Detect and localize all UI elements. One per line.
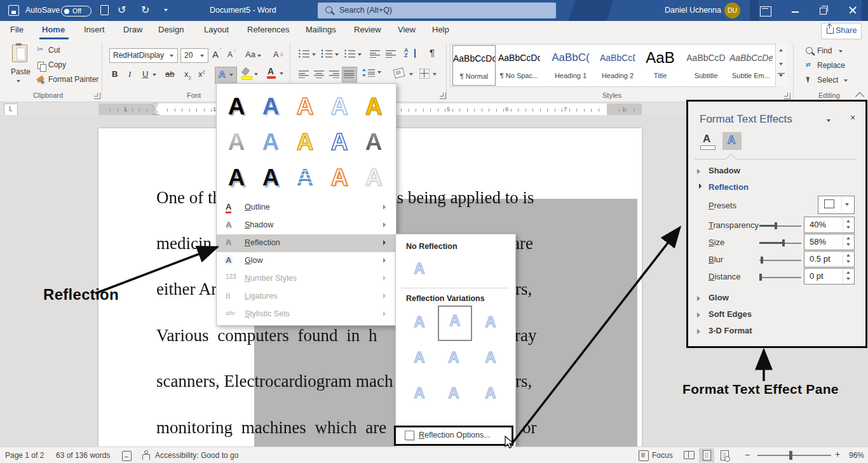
- effect-style-3[interactable]: A: [288, 89, 322, 124]
- proofing-icon[interactable]: [122, 451, 132, 461]
- reflection-variation-2-selected[interactable]: A: [438, 305, 472, 341]
- borders-icon[interactable]: [419, 69, 430, 79]
- section-glow[interactable]: Glow: [709, 293, 729, 302]
- minimize-icon[interactable]: [790, 6, 801, 15]
- menu-item-shadow[interactable]: A Shadow: [217, 217, 396, 234]
- subscript-button[interactable]: x2: [184, 69, 191, 81]
- clear-formatting-button[interactable]: A◊: [273, 50, 279, 59]
- align-right-icon[interactable]: [329, 70, 339, 78]
- tab-draw[interactable]: Draw: [123, 25, 142, 34]
- effect-style-1[interactable]: A: [219, 89, 254, 124]
- numbering-icon[interactable]: [322, 50, 332, 58]
- clipboard-dialog-launcher-icon[interactable]: [94, 93, 100, 99]
- shadow-expand-icon[interactable]: [697, 169, 700, 174]
- sort-icon[interactable]: AZ: [404, 48, 409, 58]
- show-hide-pilcrow-button[interactable]: ¶: [430, 47, 435, 58]
- soft-edges-expand-icon[interactable]: [697, 312, 700, 318]
- reflection-variation-1[interactable]: A: [403, 308, 435, 341]
- search-input[interactable]: Search (Alt+Q): [318, 3, 556, 18]
- distance-spinner[interactable]: [843, 269, 854, 283]
- restore-icon[interactable]: [818, 6, 829, 15]
- effect-style-14[interactable]: A: [322, 160, 356, 196]
- align-center-icon[interactable]: [314, 70, 324, 78]
- reflection-variation-5[interactable]: A: [438, 344, 470, 377]
- copy-button[interactable]: Copy: [37, 60, 94, 72]
- select-button[interactable]: Select: [806, 75, 857, 86]
- style-heading2[interactable]: AaBbCcD Heading 2: [600, 45, 635, 84]
- transparency-slider-thumb[interactable]: [775, 222, 777, 229]
- style-no-spacing[interactable]: AaBbCcDc ¶ No Spac...: [498, 45, 540, 84]
- doc-line-5-left[interactable]: scanners, Electrocardiogram mach: [156, 372, 393, 391]
- effect-style-5[interactable]: A: [356, 89, 391, 124]
- zoom-percentage[interactable]: 96%: [849, 451, 864, 460]
- style-heading1[interactable]: AaBbC( Heading 1: [544, 45, 597, 84]
- reflection-variation-7[interactable]: A: [403, 379, 435, 412]
- tab-mailings[interactable]: Mailings: [306, 25, 336, 34]
- bullets-caret-icon[interactable]: [312, 53, 316, 56]
- transparency-spinner[interactable]: [843, 217, 854, 231]
- text-effects-button[interactable]: A: [215, 67, 237, 84]
- style-title[interactable]: AaB Title: [639, 45, 681, 84]
- zoom-slider[interactable]: [757, 455, 831, 456]
- effect-style-6[interactable]: A: [219, 124, 254, 160]
- underline-button[interactable]: U: [142, 69, 148, 79]
- effect-style-4[interactable]: A: [322, 89, 356, 124]
- highlight-color-button[interactable]: [241, 68, 261, 82]
- zoom-slider-thumb[interactable]: [789, 451, 792, 460]
- menu-item-glow[interactable]: A Glow: [217, 252, 396, 270]
- effect-style-8[interactable]: A: [288, 124, 322, 160]
- shading-icon[interactable]: [393, 67, 405, 79]
- section-3d-format[interactable]: 3-D Format: [709, 326, 752, 335]
- tab-references[interactable]: References: [247, 25, 289, 34]
- redo-icon[interactable]: ↻: [141, 4, 149, 16]
- styles-dialog-launcher-icon[interactable]: [784, 93, 790, 99]
- ribbon-display-options-icon[interactable]: [760, 6, 771, 17]
- paragraph-dialog-launcher-icon[interactable]: [440, 93, 446, 99]
- replace-button[interactable]: ⇄ Replace: [806, 60, 857, 72]
- tab-design[interactable]: Design: [158, 25, 184, 34]
- font-name-combo[interactable]: RedHatDisplay: [109, 48, 178, 63]
- grow-font-button[interactable]: Aˆ: [212, 49, 219, 60]
- accessibility-icon[interactable]: [141, 450, 150, 460]
- effect-style-12[interactable]: A: [254, 160, 288, 196]
- find-button[interactable]: Find: [806, 46, 857, 57]
- style-subtle-emphasis[interactable]: AaBbCcDe Subtle Em...: [729, 45, 773, 84]
- strikethrough-button[interactable]: ab: [165, 69, 174, 79]
- align-left-icon[interactable]: [299, 70, 309, 78]
- effect-style-15[interactable]: A: [356, 160, 391, 196]
- undo-icon[interactable]: ↺: [118, 4, 126, 16]
- focus-button[interactable]: Focus: [652, 451, 673, 460]
- doc-line-1-right[interactable]: is being applied to is: [392, 188, 534, 208]
- hanging-indent-marker[interactable]: [152, 109, 158, 113]
- effect-style-2[interactable]: A: [254, 89, 288, 124]
- font-color-button[interactable]: A: [267, 67, 286, 81]
- new-document-icon[interactable]: [100, 5, 109, 15]
- blur-slider-thumb[interactable]: [761, 257, 763, 264]
- page-indicator[interactable]: Page 1 of 2: [5, 451, 44, 460]
- underline-caret-icon[interactable]: [153, 74, 156, 76]
- cut-button[interactable]: ✂ Cut: [37, 46, 94, 57]
- font-size-combo[interactable]: 20: [180, 48, 208, 63]
- glow-expand-icon[interactable]: [697, 296, 700, 301]
- section-shadow[interactable]: Shadow: [709, 166, 740, 175]
- tab-file[interactable]: File: [10, 25, 24, 34]
- distance-slider-thumb[interactable]: [759, 274, 762, 281]
- style-normal[interactable]: AaBbCcDc ¶ Normal: [452, 45, 496, 86]
- size-slider-thumb[interactable]: [782, 239, 785, 246]
- reflection-variation-3[interactable]: A: [475, 308, 506, 341]
- effect-style-10[interactable]: A: [356, 124, 391, 160]
- accessibility-status[interactable]: Accessibility: Good to go: [155, 451, 238, 460]
- distance-value[interactable]: 0 pt: [804, 268, 855, 285]
- shrink-font-button[interactable]: Aˇ: [227, 50, 233, 59]
- tab-insert[interactable]: Insert: [84, 25, 105, 34]
- superscript-button[interactable]: x2: [198, 69, 205, 79]
- bold-button[interactable]: B: [112, 69, 118, 79]
- text-effects-tab-selected[interactable]: A: [722, 132, 742, 150]
- tab-layout[interactable]: Layout: [204, 25, 229, 34]
- doc-line-4-right[interactable]: ray: [515, 326, 536, 346]
- quick-access-more-icon[interactable]: [164, 9, 168, 11]
- word-count[interactable]: 63 of 136 words: [56, 451, 110, 460]
- shading-caret-icon[interactable]: [409, 73, 413, 76]
- tab-selector[interactable]: L: [4, 104, 18, 116]
- menu-item-outline[interactable]: A Outline: [217, 199, 396, 217]
